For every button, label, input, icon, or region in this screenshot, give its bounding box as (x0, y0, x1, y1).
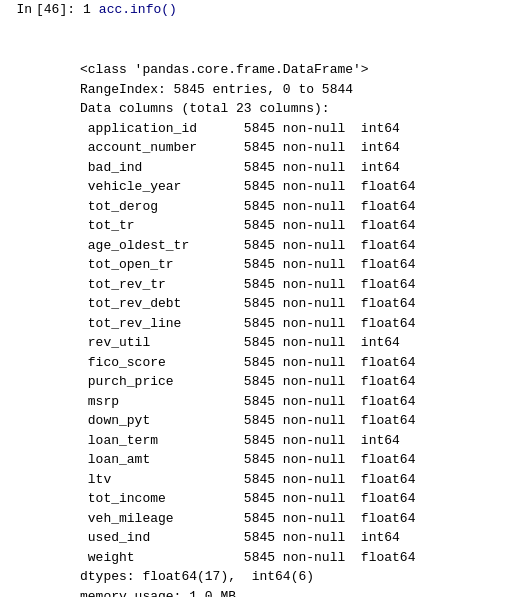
output-line: RangeIndex: 5845 entries, 0 to 5844 (80, 80, 509, 100)
output-line: purch_price 5845 non-null float64 (80, 372, 509, 392)
cell-line-number: 1 (83, 2, 99, 17)
notebook-cell: In [46]: 1 acc.info() <class 'pandas.cor… (0, 0, 509, 597)
output-line: tot_income 5845 non-null float64 (80, 489, 509, 509)
output-line: account_number 5845 non-null int64 (80, 138, 509, 158)
output-line: fico_score 5845 non-null float64 (80, 353, 509, 373)
cell-in-label: In (0, 2, 36, 17)
cell-number: [46]: (36, 2, 83, 17)
cell-output: <class 'pandas.core.frame.DataFrame'>Ran… (80, 17, 509, 597)
output-line: loan_term 5845 non-null int64 (80, 431, 509, 451)
output-line: ltv 5845 non-null float64 (80, 470, 509, 490)
output-line: tot_tr 5845 non-null float64 (80, 216, 509, 236)
output-line: tot_rev_tr 5845 non-null float64 (80, 275, 509, 295)
output-line: tot_derog 5845 non-null float64 (80, 197, 509, 217)
output-line: veh_mileage 5845 non-null float64 (80, 509, 509, 529)
output-line: rev_util 5845 non-null int64 (80, 333, 509, 353)
output-line: msrp 5845 non-null float64 (80, 392, 509, 412)
output-line: used_ind 5845 non-null int64 (80, 528, 509, 548)
output-line: Data columns (total 23 columns): (80, 99, 509, 119)
cell-code[interactable]: acc.info() (99, 2, 177, 17)
cell-input-row: In [46]: 1 acc.info() (0, 2, 509, 17)
output-line: memory usage: 1.0 MB (80, 587, 509, 598)
output-line: weight 5845 non-null float64 (80, 548, 509, 568)
output-line: loan_amt 5845 non-null float64 (80, 450, 509, 470)
output-line: tot_rev_line 5845 non-null float64 (80, 314, 509, 334)
output-line: application_id 5845 non-null int64 (80, 119, 509, 139)
output-line: tot_rev_debt 5845 non-null float64 (80, 294, 509, 314)
output-line: <class 'pandas.core.frame.DataFrame'> (80, 60, 509, 80)
output-line: vehicle_year 5845 non-null float64 (80, 177, 509, 197)
output-line: dtypes: float64(17), int64(6) (80, 567, 509, 587)
output-line: age_oldest_tr 5845 non-null float64 (80, 236, 509, 256)
output-line: bad_ind 5845 non-null int64 (80, 158, 509, 178)
output-line: down_pyt 5845 non-null float64 (80, 411, 509, 431)
output-line: tot_open_tr 5845 non-null float64 (80, 255, 509, 275)
